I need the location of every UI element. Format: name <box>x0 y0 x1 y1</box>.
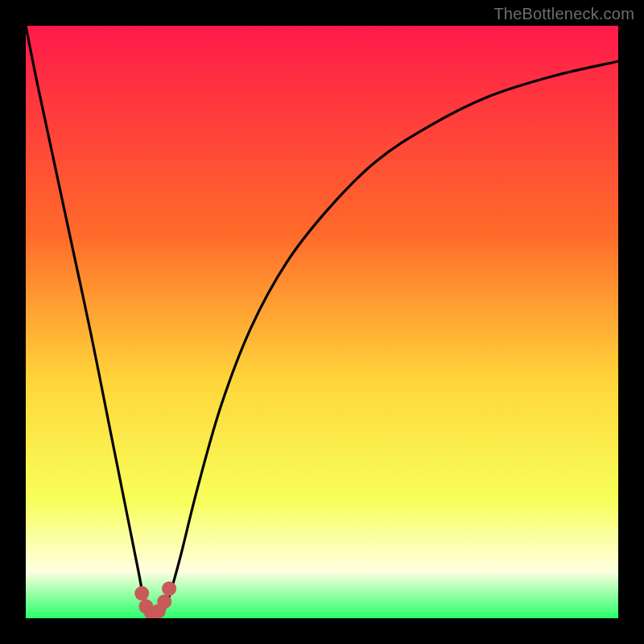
chart-svg <box>26 26 618 618</box>
plot-area <box>26 26 618 618</box>
valley-marker <box>134 586 149 601</box>
gradient-background <box>26 26 618 618</box>
watermark-text: TheBottleneck.com <box>493 5 634 23</box>
valley-marker <box>157 594 171 609</box>
valley-marker <box>162 581 176 596</box>
chart-frame: TheBottleneck.com <box>0 0 644 644</box>
